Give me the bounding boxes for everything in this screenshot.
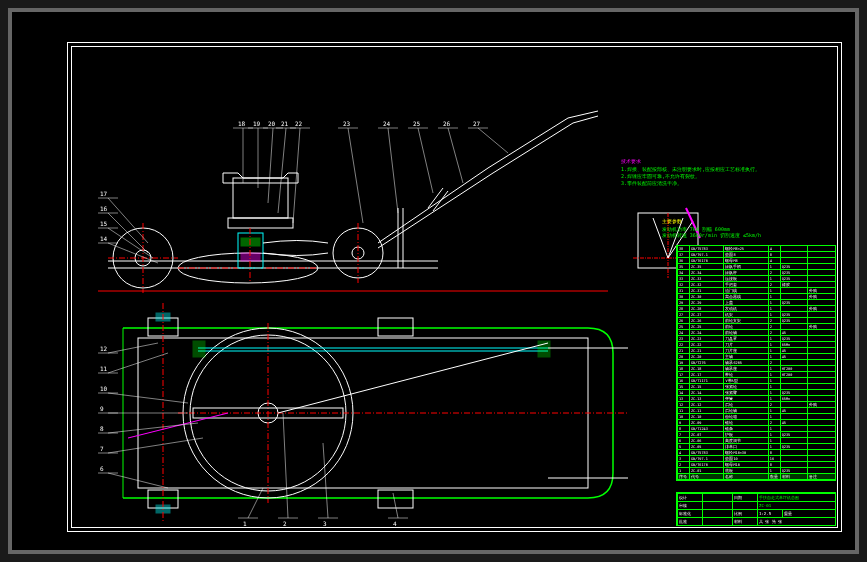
bom-cell: 油门线	[723, 288, 767, 293]
bom-cell	[807, 444, 835, 449]
bom-cell: 带轮	[723, 372, 767, 377]
note-line: 1.焊接、装配按部核、未注明要求时,应按相应工艺标准执行。	[621, 166, 791, 172]
bom-cell: 螺栓M10×30	[723, 450, 767, 455]
bom-cell: Q235	[780, 264, 808, 269]
bom-cell: 16	[677, 378, 689, 383]
bom-cell	[780, 252, 808, 257]
bom-cell	[807, 336, 835, 341]
bom-cell: 链条	[723, 426, 767, 431]
bom-cell	[807, 414, 835, 419]
bom-cell: 主轴	[723, 354, 767, 359]
bom-cell: 20	[677, 354, 689, 359]
bom-cell: 2	[768, 318, 780, 323]
bom-cell: ZC-09	[689, 420, 724, 425]
bom-cell	[807, 360, 835, 365]
bom-cell: 后轮	[723, 402, 767, 407]
bom-cell: 前轮支架	[723, 318, 767, 323]
notes-title: 技术要求	[621, 158, 791, 164]
bom-cell: 1	[768, 348, 780, 353]
bom-cell: 1	[768, 312, 780, 317]
leader-numbers: 18 19 20 21 22 23 24 25 26 27 17 16 15 1…	[100, 120, 481, 527]
bom-cell	[807, 378, 835, 383]
bom-cell: 连接板	[723, 276, 767, 281]
svg-text:8: 8	[100, 425, 104, 432]
svg-text:25: 25	[413, 120, 421, 127]
bom-cell: ZC-05	[689, 444, 724, 449]
bom-cell	[780, 324, 808, 329]
bom-cell: 1	[768, 342, 780, 347]
bom-cell	[780, 462, 808, 467]
bom-cell: 离合器线	[723, 294, 767, 299]
bom-cell: 护板	[723, 432, 767, 437]
svg-line-70	[388, 128, 398, 213]
bom-cell: 7	[677, 432, 689, 437]
bom-cell: ZC-18	[689, 366, 724, 371]
bom-cell: 外购	[807, 324, 835, 329]
bom-cell: 张紧臂	[723, 390, 767, 395]
bom-header-cell: 数量	[768, 474, 780, 479]
svg-line-22	[573, 116, 598, 123]
bom-cell: ZC-31	[689, 288, 724, 293]
bom-cell: 螺母M10	[723, 462, 767, 467]
bom-cell	[807, 384, 835, 389]
bom-cell: GB/T97.1	[689, 252, 724, 257]
bom-cell: 28	[677, 306, 689, 311]
bom-cell: 45	[780, 354, 808, 359]
spec-title: 主要参数	[662, 218, 761, 224]
bom-cell: Q235	[780, 444, 808, 449]
tb-scale-label: 比例	[732, 510, 757, 517]
bom-cell: GB/T6170	[689, 258, 724, 263]
parts-list: 38GB/T5783螺栓M8×25437GB/T97.1垫圈8836GB/T61…	[676, 245, 836, 481]
bom-cell: V带A型	[723, 378, 767, 383]
svg-text:4: 4	[393, 520, 397, 527]
bom-cell: 后轮轴	[723, 408, 767, 413]
bom-cell: HT200	[780, 372, 808, 377]
bom-cell: ZC-25	[689, 324, 724, 329]
bom-cell: 前轮轴	[723, 330, 767, 335]
bom-cell: GB/T1171	[689, 378, 724, 383]
svg-line-106	[393, 493, 398, 518]
main-parameters: 主要参数 发动机功率 7kW 割幅 600mm 发动机转速 3600r/min …	[662, 218, 761, 238]
bom-cell: ZC-34	[689, 270, 724, 275]
svg-text:7: 7	[100, 445, 104, 452]
bom-cell: 1	[768, 384, 780, 389]
bom-header-cell: 序号	[677, 474, 689, 479]
bom-cell: ZC-27	[689, 312, 724, 317]
bom-cell	[807, 264, 835, 269]
bom-cell: ZC-10	[689, 414, 724, 419]
bom-cell	[807, 270, 835, 275]
svg-line-86	[108, 343, 158, 353]
bom-header-cell: 备注	[807, 474, 835, 479]
bom-cell: ZC-13	[689, 396, 724, 401]
bom-cell: 26	[677, 318, 689, 323]
svg-line-62	[268, 128, 273, 203]
svg-text:18: 18	[238, 120, 246, 127]
bom-header-cell: 名称	[723, 474, 767, 479]
bom-cell	[807, 342, 835, 347]
drawing-name: 手扶自走式草坪机总图	[757, 494, 835, 501]
bom-cell: 2	[768, 360, 780, 365]
bom-cell: 2	[768, 330, 780, 335]
bom-cell: 45	[780, 420, 808, 425]
svg-text:11: 11	[100, 365, 108, 372]
bom-cell: 35	[677, 264, 689, 269]
svg-line-25	[428, 188, 443, 208]
bom-cell: 11	[677, 408, 689, 413]
bom-cell: 1	[768, 372, 780, 377]
bom-cell: 1	[768, 468, 780, 473]
svg-text:15: 15	[100, 220, 108, 227]
drawing-canvas[interactable]: 18 19 20 21 22 23 24 25 26 27 17 16 15 1…	[67, 42, 842, 532]
bom-cell: Q235	[780, 336, 808, 341]
bom-cell	[807, 252, 835, 257]
bom-cell: 链轮	[723, 420, 767, 425]
bom-cell: ZC-29	[689, 300, 724, 305]
bom-cell: 1	[768, 306, 780, 311]
app-window: 18 19 20 21 22 23 24 25 26 27 17 16 15 1…	[8, 8, 859, 554]
svg-line-26	[433, 191, 448, 211]
bom-cell: 8	[768, 462, 780, 467]
bom-cell	[807, 312, 835, 317]
bom-cell: 37	[677, 252, 689, 257]
bom-cell: 1	[768, 390, 780, 395]
bom-cell: 发动机	[723, 306, 767, 311]
bom-cell: Q235	[780, 432, 808, 437]
